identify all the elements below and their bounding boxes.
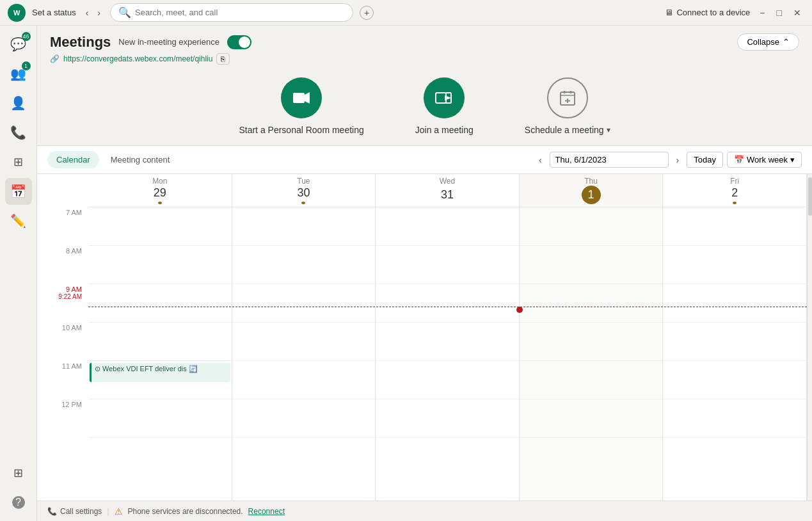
day-col-thu[interactable]	[520, 207, 664, 501]
day-num-fri: 2	[725, 186, 744, 200]
time-8am: 8 AM	[37, 246, 88, 284]
calendar-section: Calendar Meeting content ‹ › Today 📅 Wor…	[37, 145, 812, 501]
day-col-tue[interactable]	[232, 207, 376, 501]
day-dot-mon	[158, 202, 162, 205]
maximize-button[interactable]: □	[774, 6, 785, 19]
sidebar-item-contacts[interactable]: 👤	[5, 90, 32, 116]
day-name-mon: Mon	[152, 177, 167, 186]
warning-icon: ⚠	[115, 506, 123, 517]
tab-calendar[interactable]: Calendar	[47, 151, 99, 168]
today-button[interactable]: Today	[687, 152, 723, 168]
day-col-wed[interactable]	[376, 207, 520, 501]
nav-arrows: ‹ ›	[83, 6, 104, 19]
join-icon	[424, 77, 465, 118]
sidebar-item-whiteboard[interactable]: ✏️	[5, 207, 32, 234]
svg-rect-2	[293, 93, 305, 103]
toggle-knob	[239, 36, 250, 48]
day-dot-tue	[301, 202, 305, 205]
event-extra-icon: 🔄	[189, 365, 198, 373]
svg-text:W: W	[13, 9, 20, 17]
connect-device-button[interactable]: 🖥 Connect to a device	[665, 8, 750, 17]
day-header-mon: Mon 29	[88, 174, 232, 207]
help-icon: ?	[12, 496, 25, 509]
new-experience-toggle[interactable]	[227, 35, 251, 49]
monitor-icon: 🖥	[665, 8, 673, 17]
day-num-mon: 29	[150, 186, 170, 200]
calendar-grid: 7 AM 8 AM 9 AM 9:22 AM 10 AM 11 AM 12 PM	[37, 174, 812, 501]
content-area: Meetings New in-meeting experience Colla…	[37, 26, 812, 521]
nav-forward[interactable]: ›	[94, 6, 104, 19]
sidebar-item-add-apps[interactable]: ⊞	[5, 460, 32, 486]
meeting-url[interactable]: https://convergedats.webex.com/meet/qihl…	[63, 54, 212, 63]
search-icon: 🔍	[118, 6, 131, 19]
copy-url-button[interactable]: ⎘	[216, 53, 230, 65]
status-text[interactable]: Set a status	[32, 8, 76, 17]
warning-text: Phone services are disconnected.	[128, 507, 243, 516]
sidebar-item-messages[interactable]: 💬 46	[5, 31, 32, 58]
teams-icon: ⊞	[13, 155, 23, 169]
sidebar-item-calls[interactable]: 📞	[5, 119, 32, 146]
sidebar-item-calendar[interactable]: 📅	[5, 178, 32, 205]
day-header-fri: Fri 2	[663, 174, 807, 207]
link-icon: 🔗	[50, 54, 60, 63]
svg-marker-3	[305, 92, 310, 104]
day-col-mon[interactable]: ⊙ Webex VDI EFT deliver dis 🔄	[88, 207, 232, 501]
time-12pm: 12 PM	[37, 399, 88, 438]
work-week-button[interactable]: 📅 Work week ▾	[727, 152, 802, 168]
time-9am: 9 AM 9:22 AM	[37, 284, 88, 323]
scrollbar[interactable]	[807, 174, 812, 501]
days-area: Mon 29 Tue 30 Wed 31	[88, 174, 807, 501]
start-room-button[interactable]: Start a Personal Room meeting	[239, 77, 363, 135]
calendar-small-icon: 📅	[734, 155, 744, 164]
current-time-dot	[516, 307, 523, 313]
meetings-header: Meetings New in-meeting experience Colla…	[37, 26, 812, 65]
day-name-fri: Fri	[730, 177, 739, 186]
new-tab-button[interactable]: +	[360, 6, 374, 20]
sidebar-item-teams[interactable]: ⊞	[5, 148, 32, 175]
day-num-tue: 30	[294, 186, 313, 200]
search-input[interactable]	[135, 8, 345, 17]
cal-prev-button[interactable]: ‹	[535, 152, 546, 168]
call-settings-button[interactable]: 📞 Call settings	[47, 507, 102, 516]
meetings-title-row: Meetings New in-meeting experience Colla…	[50, 33, 799, 51]
calendar-date-input[interactable]	[550, 152, 669, 168]
cal-next-button[interactable]: ›	[673, 152, 683, 168]
title-bar-right: 🖥 Connect to a device − □ ✕	[665, 6, 804, 19]
sidebar-item-people[interactable]: 👥 1	[5, 60, 32, 87]
status-bar: 📞 Call settings | ⚠ Phone services are d…	[37, 501, 812, 521]
schedule-chevron-icon: ▾	[607, 125, 610, 134]
tab-meeting-content[interactable]: Meeting content	[102, 151, 179, 168]
days-body: ⊙ Webex VDI EFT deliver dis 🔄	[88, 207, 807, 501]
day-num-wed: 31	[438, 186, 457, 204]
start-room-label: Start a Personal Room meeting	[239, 125, 363, 135]
reconnect-link[interactable]: Reconnect	[248, 507, 285, 516]
minimize-button[interactable]: −	[756, 6, 768, 19]
event-webex-vdi[interactable]: ⊙ Webex VDI EFT deliver dis 🔄	[90, 363, 230, 382]
contacts-icon: 👤	[10, 95, 26, 111]
svg-rect-4	[436, 93, 446, 103]
schedule-meeting-button[interactable]: Schedule a meeting ▾	[525, 77, 610, 135]
day-name-wed: Wed	[440, 177, 455, 186]
nav-back[interactable]: ‹	[83, 6, 92, 19]
new-experience-label: New in-meeting experience	[118, 37, 219, 47]
work-week-chevron-icon: ▾	[790, 155, 795, 164]
start-room-icon	[281, 77, 322, 118]
collapse-button[interactable]: Collapse ⌃	[737, 33, 799, 51]
close-button[interactable]: ✕	[790, 6, 804, 19]
event-icon: ⊙	[95, 365, 100, 373]
join-meeting-label: Join a meeting	[415, 125, 474, 135]
schedule-label-row: Schedule a meeting ▾	[525, 125, 610, 135]
sidebar-item-help[interactable]: ?	[5, 489, 32, 516]
schedule-meeting-label: Schedule a meeting	[525, 125, 604, 135]
day-num-thu: 1	[582, 186, 601, 204]
day-col-fri[interactable]	[663, 207, 807, 501]
time-gutter: 7 AM 8 AM 9 AM 9:22 AM 10 AM 11 AM 12 PM	[37, 174, 88, 501]
whiteboard-icon: ✏️	[10, 213, 26, 228]
day-header-wed: Wed 31	[376, 174, 520, 207]
join-meeting-button[interactable]: Join a meeting	[415, 77, 474, 135]
messages-badge: 46	[22, 32, 31, 41]
window-controls: − □ ✕	[756, 6, 804, 19]
days-header: Mon 29 Tue 30 Wed 31	[88, 174, 807, 207]
time-7am: 7 AM	[37, 207, 88, 246]
day-name-thu: Thu	[584, 177, 598, 186]
